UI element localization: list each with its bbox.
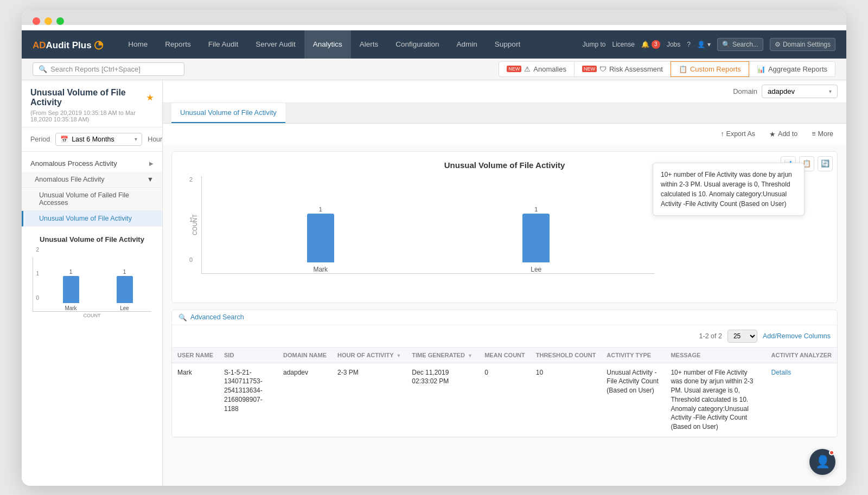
cell-activity-analyzer: Details — [766, 363, 837, 437]
tab-aggregate-reports[interactable]: 📊 Aggregate Reports — [749, 61, 835, 77]
notification-badge: 3 — [652, 40, 660, 49]
jump-to-label: Jump to — [583, 41, 606, 48]
reports-search[interactable]: 🔍 Search Reports [Ctrl+Space] — [33, 62, 184, 76]
tab-anomalies[interactable]: NEW ⚠ Anomalies — [499, 61, 575, 77]
details-link[interactable]: Details — [771, 369, 792, 376]
export-as-button[interactable]: ↑ Export As — [716, 128, 760, 140]
risk-icon: 🛡 — [599, 65, 607, 73]
cell-mean-count: 0 — [479, 363, 531, 437]
chat-avatar-button[interactable]: 👤 — [809, 449, 835, 475]
nav-admin[interactable]: Admin — [448, 30, 486, 59]
notification-button[interactable]: 🔔 3 — [641, 40, 660, 49]
search-nav-button[interactable]: 🔍 Search... — [717, 38, 763, 51]
add-icon: ★ — [769, 130, 776, 138]
search-placeholder: Search Reports [Ctrl+Space] — [50, 65, 141, 73]
sort-icon-hour: ▼ — [396, 353, 401, 358]
jump-to-button[interactable]: Jump to — [583, 41, 606, 48]
help-button[interactable]: ? — [687, 41, 691, 48]
export-as-label: Export As — [726, 130, 756, 138]
domain-settings-label: Domain Settings — [783, 41, 831, 48]
col-message: MESSAGE — [665, 348, 765, 363]
per-page-select[interactable]: 25 50 100 — [727, 330, 757, 343]
more-icon: ≡ — [812, 130, 815, 138]
period-bar: Period 📅 Last 6 Months ▾ Hours All [BH1]… — [22, 127, 162, 152]
small-chart-x-label: COUNT — [28, 313, 156, 318]
small-bar-mark-label: Mark — [65, 305, 76, 311]
nav-reports[interactable]: Reports — [156, 30, 199, 59]
add-to-label: Add to — [778, 130, 797, 138]
content-area: Domain adapdev ▾ Unusual Volume of File … — [163, 80, 846, 486]
report-title-section: Unusual Volume of File Activity ★ (From … — [22, 80, 162, 127]
bar-lee-label: Lee — [531, 266, 541, 273]
nav-support[interactable]: Support — [486, 30, 529, 59]
nav-home[interactable]: Home — [119, 30, 156, 59]
close-button[interactable] — [33, 17, 40, 25]
sidebar-item-file-activity[interactable]: Unusual Volume of File Activity — [22, 211, 162, 227]
arrow-down-icon: ▼ — [147, 176, 154, 183]
bar-lee — [522, 214, 550, 262]
nav-server-audit[interactable]: Server Audit — [247, 30, 304, 59]
hours-label-1: Hours — [148, 136, 163, 143]
user-menu-button[interactable]: 👤 ▾ — [697, 41, 711, 48]
small-bar-mark — [63, 276, 79, 303]
nav-right: Jump to License 🔔 3 Jobs ? 👤 ▾ 🔍 Search.… — [583, 38, 835, 51]
domain-settings-button[interactable]: ⚙ Domain Settings — [770, 38, 835, 51]
nav-file-audit[interactable]: File Audit — [200, 30, 247, 59]
small-bar-mark-value: 1 — [69, 269, 73, 275]
bar-mark-label: Mark — [313, 266, 328, 273]
col-domain-name: DOMAIN NAME — [278, 348, 332, 363]
cell-hour-activity: 2-3 PM — [332, 363, 406, 437]
domain-select[interactable]: adapdev ▾ — [762, 85, 838, 98]
file-activity-label: Unusual Volume of File Activity — [39, 215, 132, 222]
export-icon: ↑ — [720, 130, 724, 138]
sidebar-item-failed-file-accesses[interactable]: Unusual Volume of Failed File Accesses — [22, 188, 162, 211]
add-remove-columns-button[interactable]: Add/Remove Columns — [763, 332, 831, 340]
anomalous-file-label: Anomalous File Activity — [35, 176, 105, 183]
search-nav-label: Search... — [732, 41, 758, 48]
small-bar-lee-label: Lee — [120, 305, 129, 311]
bell-icon: 🔔 — [641, 41, 649, 48]
advanced-search-label[interactable]: Advanced Search — [190, 313, 244, 321]
period-select[interactable]: 📅 Last 6 Months ▾ — [55, 133, 142, 146]
cell-threshold-count: 10 — [531, 363, 602, 437]
y-value-1: 1 — [189, 216, 193, 223]
search-icon-table: 🔍 — [178, 313, 187, 322]
sidebar-group-anomalous-process[interactable]: Anomalous Process Activity ▶ — [22, 155, 162, 172]
tooltip-text: 10+ number of File Activity was done by … — [661, 171, 792, 208]
tab-risk-assessment[interactable]: NEW 🛡 Risk Assessment — [574, 61, 671, 77]
search-icon: 🔍 — [39, 65, 47, 73]
cell-domain-name: adapdev — [278, 363, 332, 437]
chat-icon: 👤 — [815, 455, 830, 469]
col-hour-activity[interactable]: HOUR OF ACTIVITY ▼ — [332, 348, 406, 363]
sidebar-menu: Anomalous Process Activity ▶ Anomalous F… — [22, 152, 162, 230]
tab-anomalies-label: Anomalies — [533, 65, 566, 73]
star-icon[interactable]: ★ — [146, 93, 154, 102]
chart-refresh-icon[interactable]: 🔄 — [818, 156, 833, 171]
add-to-button[interactable]: ★ Add to — [765, 128, 802, 140]
sidebar-subgroup-header-file[interactable]: Anomalous File Activity ▼ — [22, 172, 162, 188]
nav-alerts[interactable]: Alerts — [351, 30, 387, 59]
chart-area: Unusual Volume of File Activity ↑ Export… — [163, 103, 846, 486]
nav-analytics[interactable]: Analytics — [304, 30, 351, 59]
col-threshold-count: THRESHOLD COUNT — [531, 348, 602, 363]
jobs-button[interactable]: Jobs — [667, 41, 680, 48]
nav-configuration[interactable]: Configuration — [387, 30, 448, 59]
minimize-button[interactable] — [44, 17, 52, 25]
secondary-navigation: 🔍 Search Reports [Ctrl+Space] NEW ⚠ Anom… — [22, 59, 846, 80]
chevron-domain-icon: ▾ — [829, 88, 832, 94]
license-button[interactable]: License — [612, 41, 635, 48]
period-label: Period — [30, 136, 50, 143]
bar-mark-count: 1 — [319, 206, 322, 213]
more-button[interactable]: ≡ More — [807, 128, 838, 140]
license-label: License — [612, 41, 635, 48]
user-icon: 👤 — [697, 41, 705, 48]
chart-tab-file-activity[interactable]: Unusual Volume of File Activity — [171, 103, 285, 123]
chart-tab-bar: Unusual Volume of File Activity — [163, 103, 846, 124]
y-value-0: 0 — [189, 256, 193, 263]
col-time-generated[interactable]: TIME GENERATED ▼ — [406, 348, 479, 363]
tab-custom-reports[interactable]: 📋 Custom Reports — [671, 61, 749, 77]
maximize-button[interactable] — [56, 17, 64, 25]
small-chart-title: Unusual Volume of File Activity — [28, 235, 156, 243]
export-row: ↑ Export As ★ Add to ≡ More — [163, 124, 846, 145]
calendar-icon: 📅 — [60, 136, 68, 143]
